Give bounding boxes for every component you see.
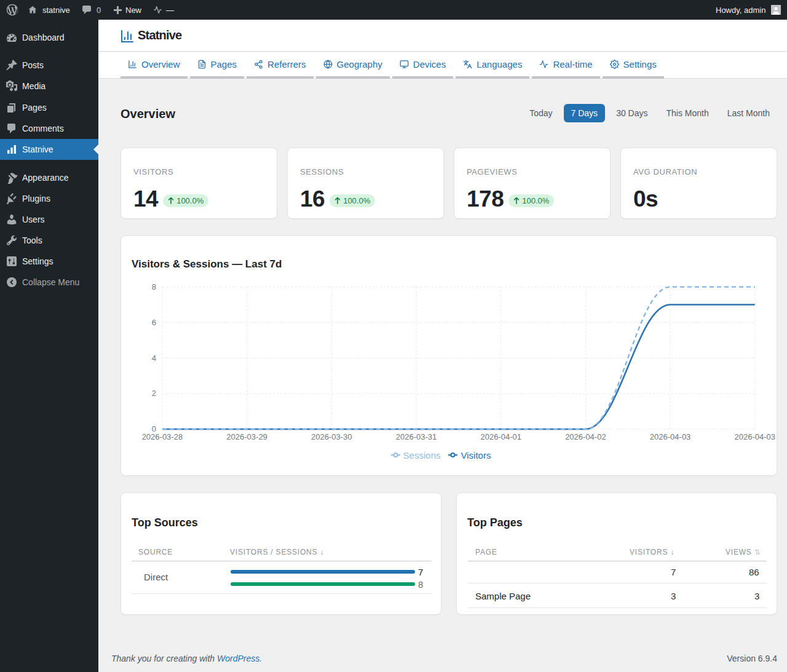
svg-text:2026-03-31: 2026-03-31 [396,432,437,441]
svg-text:2026-03-30: 2026-03-30 [311,432,352,441]
svg-text:2026-04-02: 2026-04-02 [565,432,606,441]
svg-text:2026-03-28: 2026-03-28 [142,432,183,441]
svg-text:2026-04-03: 2026-04-03 [735,432,776,441]
svg-text:2026-04-03: 2026-04-03 [650,432,691,441]
svg-text:8: 8 [152,282,156,291]
svg-text:2026-03-29: 2026-03-29 [226,432,267,441]
svg-text:2: 2 [152,389,156,398]
svg-text:4: 4 [152,354,156,363]
svg-text:6: 6 [152,318,156,327]
svg-text:2026-04-01: 2026-04-01 [480,432,521,441]
